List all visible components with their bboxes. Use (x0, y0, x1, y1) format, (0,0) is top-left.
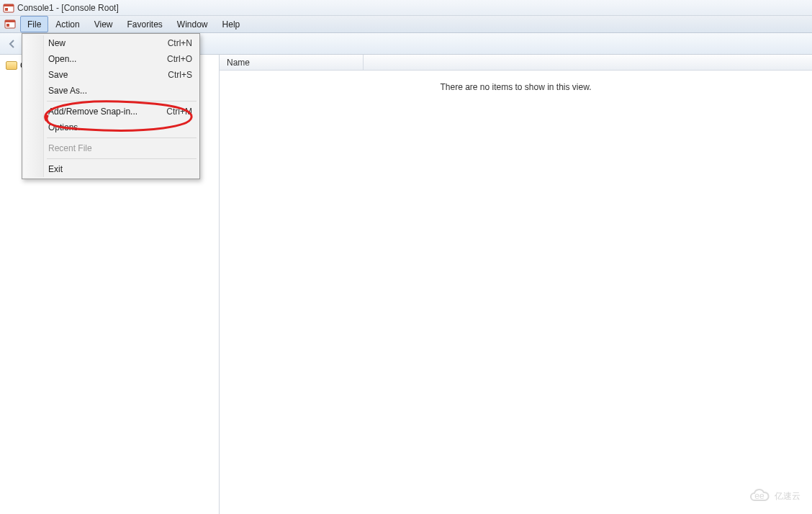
menu-favorites[interactable]: Favorites (120, 16, 170, 32)
menu-item-exit[interactable]: Exit (24, 161, 198, 177)
back-button[interactable] (4, 36, 20, 52)
menu-item-add-remove-snapin-label: Add/Remove Snap-in... (48, 107, 137, 117)
menu-help-label: Help (222, 19, 240, 30)
menu-item-options-label: Options... (48, 122, 85, 132)
svg-rect-5 (6, 24, 9, 27)
menu-item-save-label: Save (48, 70, 68, 80)
menu-view-label: View (94, 19, 113, 30)
svg-text:ee: ee (754, 491, 764, 501)
folder-icon (6, 61, 17, 70)
dropdown-separator (47, 101, 197, 102)
svg-rect-1 (4, 4, 14, 6)
menu-item-save[interactable]: Save Ctrl+S (24, 67, 198, 83)
menu-item-new[interactable]: New Ctrl+N (24, 35, 198, 51)
menu-help[interactable]: Help (215, 16, 248, 32)
menu-window[interactable]: Window (170, 16, 215, 32)
menu-item-save-as[interactable]: Save As... (24, 83, 198, 99)
menu-item-new-shortcut: Ctrl+N (168, 38, 192, 48)
menu-action-label: Action (55, 19, 79, 30)
menu-view[interactable]: View (87, 16, 120, 32)
titlebar: Console1 - [Console Root] (0, 0, 812, 16)
menu-file[interactable]: File (20, 16, 48, 32)
dropdown-separator (47, 158, 197, 159)
list-pane: Name There are no items to show in this … (220, 55, 812, 514)
menubar: File Action View Favorites Window Help (0, 16, 812, 33)
menu-item-add-remove-snapin[interactable]: Add/Remove Snap-in... Ctrl+M (24, 104, 198, 120)
menu-item-open-shortcut: Ctrl+O (167, 54, 192, 64)
menu-item-save-as-label: Save As... (48, 86, 87, 96)
menu-item-open-label: Open... (48, 54, 76, 64)
list-header: Name (220, 55, 812, 71)
menu-item-recent-file: Recent File (24, 140, 198, 156)
menu-item-add-remove-snapin-shortcut: Ctrl+M (166, 107, 192, 117)
dropdown-separator (47, 137, 197, 138)
menu-item-new-label: New (48, 38, 66, 48)
empty-message: There are no items to show in this view. (220, 71, 812, 92)
menu-favorites-label: Favorites (127, 19, 163, 30)
menu-item-options[interactable]: Options... (24, 120, 198, 135)
cloud-icon: ee (749, 488, 770, 504)
mmc-menu-icon (4, 18, 16, 30)
watermark: ee 亿速云 (749, 488, 800, 504)
mmc-app-icon (3, 2, 14, 14)
menu-item-exit-label: Exit (48, 164, 63, 174)
svg-rect-4 (5, 20, 15, 22)
menu-action[interactable]: Action (48, 16, 86, 32)
column-name-label: Name (227, 58, 250, 68)
file-dropdown: New Ctrl+N Open... Ctrl+O Save Ctrl+S Sa… (22, 33, 200, 179)
window-title: Console1 - [Console Root] (17, 3, 119, 13)
menu-item-open[interactable]: Open... Ctrl+O (24, 51, 198, 67)
menu-file-label: File (27, 19, 41, 30)
column-name[interactable]: Name (220, 55, 364, 70)
menu-item-recent-file-label: Recent File (48, 143, 92, 153)
watermark-text: 亿速云 (775, 490, 800, 502)
menu-item-save-shortcut: Ctrl+S (168, 70, 192, 80)
svg-rect-2 (5, 8, 8, 11)
menu-window-label: Window (177, 19, 208, 30)
column-spacer (364, 55, 812, 70)
